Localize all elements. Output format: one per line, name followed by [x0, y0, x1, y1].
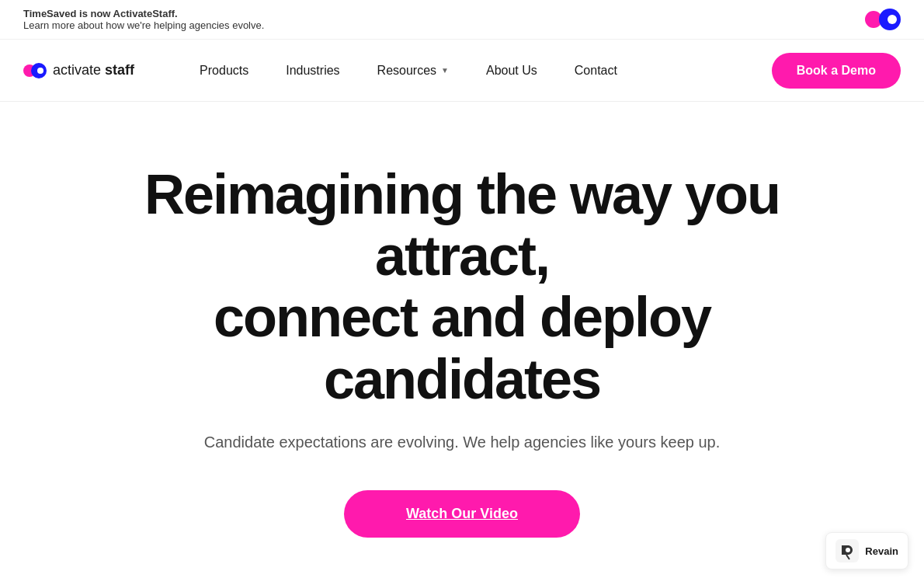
- svg-point-1: [846, 548, 850, 552]
- main-navbar: activate staff Products Industries Resou…: [0, 40, 924, 102]
- nav-item-contact[interactable]: Contact: [556, 40, 636, 102]
- nav-item-about[interactable]: About Us: [467, 40, 556, 102]
- logo-text: activate staff: [53, 62, 134, 78]
- logo-link[interactable]: activate staff: [23, 62, 134, 78]
- announcement-banner: TimeSaved is now ActivateStaff. Learn mo…: [0, 0, 924, 40]
- book-demo-button[interactable]: Book a Demo: [772, 53, 901, 89]
- nav-item-products[interactable]: Products: [181, 40, 267, 102]
- hero-subtitle: Candidate expectations are evolving. We …: [31, 434, 893, 451]
- revain-icon: [835, 539, 859, 562]
- logo-staff: staff: [105, 62, 134, 78]
- announcement-text: TimeSaved is now ActivateStaff. Learn mo…: [23, 8, 264, 31]
- chevron-down-icon: ▼: [441, 66, 449, 75]
- revain-label: Revain: [865, 545, 898, 557]
- brand-icon-group: [865, 9, 901, 30]
- blue-dot-icon: [879, 9, 901, 30]
- nav-links: Products Industries Resources ▼ About Us…: [181, 40, 772, 102]
- nav-item-industries[interactable]: Industries: [267, 40, 358, 102]
- hero-title-line1: Reimagining the way you attract,: [144, 163, 780, 287]
- hero-section: Reimagining the way you attract, connect…: [0, 102, 924, 584]
- logo-icon: [23, 63, 47, 78]
- announcement-subtitle: Learn more about how we're helping agenc…: [23, 19, 264, 31]
- nav-resources-label: Resources: [377, 64, 436, 78]
- nav-item-resources[interactable]: Resources ▼: [359, 40, 467, 102]
- hero-title: Reimagining the way you attract, connect…: [113, 164, 811, 410]
- logo-activate: activate: [53, 62, 101, 78]
- revain-widget[interactable]: Revain: [825, 532, 908, 569]
- hero-title-line2: connect and deploy candidates: [214, 286, 710, 409]
- watch-video-button[interactable]: Watch Our Video: [344, 490, 580, 538]
- logo-blue-dot: [31, 63, 47, 78]
- announcement-title: TimeSaved is now ActivateStaff.: [23, 8, 178, 19]
